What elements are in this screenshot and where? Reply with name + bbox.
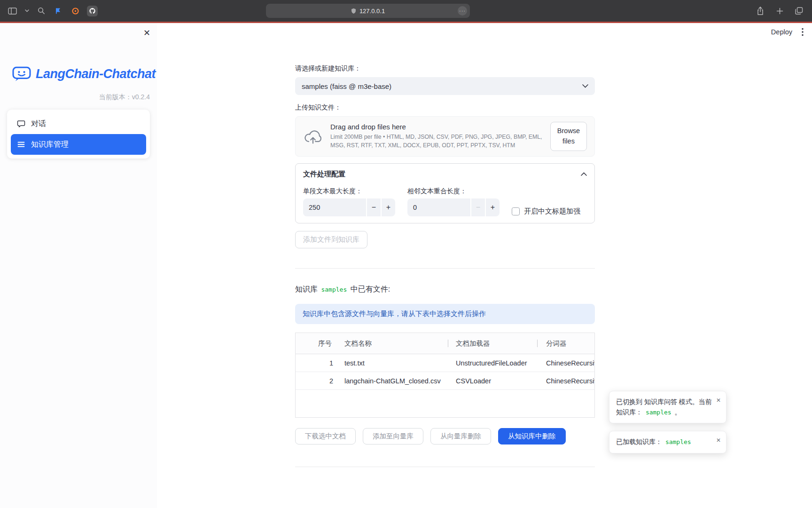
chunk-size-stepper: 250 − +: [303, 198, 395, 216]
kb-select-label: 请选择或新建知识库：: [295, 64, 595, 73]
kb-files-heading: 知识库 samples 中已有文件:: [295, 285, 595, 294]
cloud-upload-icon: [303, 129, 323, 144]
table-action-buttons: 下载选中文档 添加至向量库 从向量库删除 从知识库中删除: [295, 428, 595, 444]
sidebar: ✕ LangChain-Chatchat 当前版本：v0.2.4 对话: [0, 23, 157, 508]
tab-overview-icon[interactable]: [793, 5, 804, 16]
table-header-row: 序号 文档名称 文档加载器 分词器: [296, 333, 594, 354]
share-icon[interactable]: [755, 5, 766, 16]
delete-from-kb-button[interactable]: 从知识库中删除: [498, 428, 566, 444]
kb-name-code: samples: [320, 286, 348, 293]
table-row[interactable]: 2 langchain-ChatGLM_closed.csv CSVLoader…: [296, 372, 594, 390]
sidebar-close-icon[interactable]: ✕: [143, 29, 150, 37]
sidebar-menu: 对话 知识库管理: [7, 110, 150, 159]
add-to-vector-store-button[interactable]: 添加至向量库: [363, 428, 423, 444]
table-header-loader: 文档加载器: [448, 333, 538, 354]
toast-kb-code: samples: [664, 438, 693, 445]
version-label: 当前版本：v0.2.4: [99, 93, 150, 102]
toast-kb-code: samples: [644, 409, 673, 416]
kb-selectbox[interactable]: samples (faiss @ m3e-base): [295, 77, 595, 95]
sidebar-item-label: 知识库管理: [31, 140, 69, 150]
toast-mode-switched: 已切换到 知识库问答 模式。当前知识库： samples 。 ✕: [609, 391, 726, 423]
files-table[interactable]: 序号 文档名称 文档加载器 分词器 1 test.txt Unstructure…: [295, 333, 595, 418]
table-header-blank: [296, 333, 318, 354]
chevron-down-icon[interactable]: [24, 5, 30, 16]
table-header-name: 文档名称: [344, 333, 448, 354]
kb-files-heading-prefix: 知识库: [295, 285, 320, 293]
download-selected-button[interactable]: 下载选中文档: [295, 428, 356, 444]
logo: LangChain-Chatchat: [12, 65, 156, 82]
browse-files-button[interactable]: Browse files: [550, 122, 587, 151]
table-row[interactable]: 1 test.txt UnstructuredFileLoader Chines…: [296, 354, 594, 372]
cell-index: 1: [318, 354, 344, 372]
page-content: 请选择或新建知识库： samples (faiss @ m3e-base) 上传…: [295, 64, 595, 467]
shield-icon: [351, 8, 356, 14]
logo-chat-icon: [12, 65, 31, 82]
chevron-down-icon: [582, 84, 588, 88]
cell-loader: UnstructuredFileLoader: [448, 354, 538, 372]
screen: 127.0.0.1 ··· ✕: [0, 0, 812, 508]
file-config-expander: 文件处理配置 单段文本最大长度： 250 − +: [295, 163, 595, 223]
chevron-up-icon: [581, 172, 587, 176]
row-select-cell: [296, 372, 318, 389]
cell-doc-name: test.txt: [344, 354, 448, 372]
divider: [295, 467, 595, 467]
kebab-menu-icon[interactable]: [802, 28, 804, 36]
divider: [295, 268, 595, 269]
row-select-cell: [296, 354, 318, 372]
sidebar-item-label: 对话: [31, 119, 46, 129]
table-header-index: 序号: [318, 333, 344, 354]
kb-selected-value: samples (faiss @ m3e-base): [302, 82, 582, 90]
overlap-size-stepper: 0 − +: [407, 198, 500, 216]
toast-kb-loaded: 已加载知识库： samples ✕: [609, 431, 726, 453]
browser-toolbar: 127.0.0.1 ···: [0, 0, 812, 22]
chunk-size-plus-button[interactable]: +: [381, 198, 395, 216]
overlap-size-minus-button[interactable]: −: [470, 198, 485, 216]
cell-index: 2: [318, 372, 344, 389]
knowledge-base-icon: [17, 140, 25, 149]
chunk-size-minus-button[interactable]: −: [366, 198, 381, 216]
overlap-size-label: 相邻文本重合长度：: [407, 187, 500, 196]
pinned-tab-orange-icon[interactable]: [70, 6, 81, 16]
overlap-size-plus-button[interactable]: +: [485, 198, 500, 216]
cell-loader: CSVLoader: [448, 372, 538, 389]
toast-text-suffix: 。: [673, 408, 681, 416]
delete-from-vector-store-button[interactable]: 从向量库删除: [430, 428, 491, 444]
cell-splitter: ChineseRecursiveText: [538, 372, 594, 389]
overlap-size-group: 相邻文本重合长度： 0 − +: [407, 187, 500, 216]
toast-close-icon[interactable]: ✕: [716, 436, 721, 445]
expander-title: 文件处理配置: [303, 170, 345, 179]
overlap-size-input[interactable]: 0: [407, 198, 470, 216]
chunk-size-group: 单段文本最大长度： 250 − +: [303, 187, 395, 216]
logo-text: LangChain-Chatchat: [36, 67, 156, 81]
address-bar[interactable]: 127.0.0.1 ···: [266, 4, 470, 18]
dropzone-limit-text: Limit 200MB per file • HTML, MD, JSON, C…: [330, 133, 543, 150]
deploy-button[interactable]: Deploy: [771, 28, 792, 36]
kb-files-heading-suffix: 中已有文件:: [348, 285, 390, 293]
cell-doc-name: langchain-ChatGLM_closed.csv: [344, 372, 448, 389]
file-dropzone[interactable]: Drag and drop files here Limit 200MB per…: [295, 116, 595, 157]
zh-title-enhance-label: 开启中文标题加强: [524, 207, 580, 216]
new-tab-icon[interactable]: [774, 5, 785, 16]
github-icon[interactable]: [87, 6, 98, 16]
chat-bubble-icon: [17, 119, 25, 128]
toast-text: 已加载知识库：: [616, 438, 664, 445]
zh-title-enhance-group: 开启中文标题加强: [512, 207, 580, 216]
info-banner: 知识库中包含源文件与向量库，请从下表中选择文件后操作: [295, 304, 595, 324]
sidebar-item-knowledge-base[interactable]: 知识库管理: [11, 134, 146, 155]
search-icon[interactable]: [36, 5, 47, 16]
toast-close-icon[interactable]: ✕: [716, 396, 721, 405]
upload-label: 上传知识文件：: [295, 103, 595, 112]
add-files-to-kb-button[interactable]: 添加文件到知识库: [295, 231, 367, 248]
page-settings-icon[interactable]: ···: [458, 6, 467, 16]
chunk-size-input[interactable]: 250: [303, 198, 366, 216]
cell-splitter: ChineseRecursiveText: [538, 354, 594, 372]
url-text: 127.0.0.1: [359, 8, 385, 15]
dropzone-title: Drag and drop files here: [330, 123, 543, 131]
sidebar-toggle-icon[interactable]: [7, 5, 18, 16]
expander-header[interactable]: 文件处理配置: [296, 164, 594, 184]
chunk-size-label: 单段文本最大长度：: [303, 187, 395, 196]
sidebar-item-dialogue[interactable]: 对话: [11, 113, 146, 134]
table-header-splitter: 分词器: [538, 333, 594, 354]
pinned-tab-blue-icon[interactable]: [53, 6, 64, 16]
zh-title-enhance-checkbox[interactable]: [512, 207, 520, 215]
